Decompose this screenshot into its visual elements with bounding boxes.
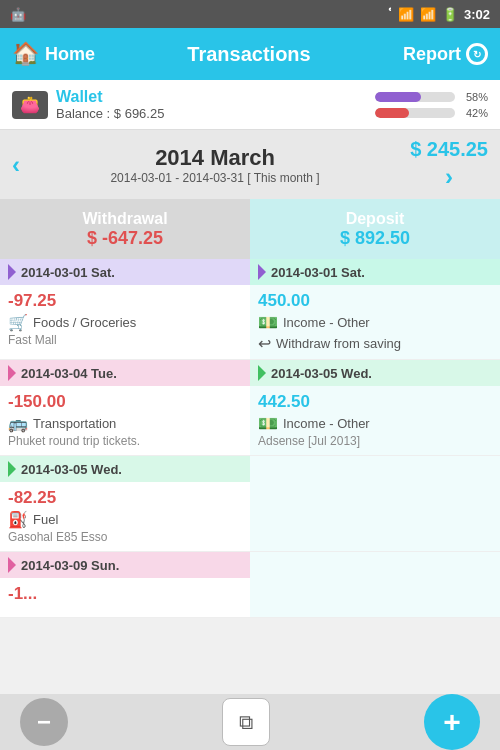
date-flag-icon	[8, 461, 16, 477]
date-label-right: 2014-03-05 Wed.	[271, 366, 372, 381]
next-month-button[interactable]: ›	[445, 163, 453, 191]
wallet-section[interactable]: 👛 Wallet Balance : $ 696.25 58% 42%	[0, 80, 500, 130]
date-flag-icon	[8, 264, 16, 280]
tx-amount: -97.25	[8, 291, 242, 311]
date-label-right: 2014-03-01 Sat.	[271, 265, 365, 280]
transaction-pair: -97.25 🛒 Foods / Groceries Fast Mall 450…	[0, 285, 500, 360]
bar-fill-2	[375, 108, 409, 118]
transaction-pair: -82.25 ⛽ Fuel Gasohal E85 Esso	[0, 482, 500, 552]
withdrawal-amount: $ -647.25	[87, 228, 163, 249]
top-navigation: 🏠 Home Transactions Report ↻	[0, 28, 500, 80]
withdrawal-label: Withdrawal	[82, 210, 167, 228]
date-row: 2014-03-01 Sat. 2014-03-01 Sat.	[0, 259, 500, 285]
month-title: 2014 March	[110, 145, 319, 171]
bus-icon: 🚌	[8, 414, 28, 433]
report-label: Report	[403, 44, 461, 65]
tx-amount: -1...	[8, 584, 242, 604]
summary-header: Withdrawal $ -647.25 Deposit $ 892.50	[0, 199, 500, 259]
date-label-left: 2014-03-04 Tue.	[21, 366, 117, 381]
tx-category-label: Transportation	[33, 416, 116, 431]
date-flag-icon	[8, 557, 16, 573]
transaction-list: 2014-03-01 Sat. 2014-03-01 Sat. -97.25 🛒…	[0, 259, 500, 629]
tx-note: Adsense [Jul 2013]	[258, 434, 492, 448]
tx-note: Gasohal E85 Esso	[8, 530, 242, 544]
date-label-left: 2014-03-01 Sat.	[21, 265, 115, 280]
fuel-icon: ⛽	[8, 510, 28, 529]
tx-amount: -82.25	[8, 488, 242, 508]
report-button[interactable]: Report ↻	[403, 43, 488, 65]
cart-icon: 🛒	[8, 313, 28, 332]
tx-category-label: Fuel	[33, 512, 58, 527]
wallet-icon: 👛	[12, 91, 48, 119]
date-label-left: 2014-03-09 Sun.	[21, 558, 119, 573]
tx-category-label: Income - Other	[283, 315, 370, 330]
wallet-bars: 58% 42%	[375, 91, 488, 119]
tx-note: Fast Mall	[8, 333, 242, 347]
tx-amount: 450.00	[258, 291, 492, 311]
copy-icon: ⧉	[239, 711, 253, 734]
home-button[interactable]: 🏠 Home	[12, 41, 95, 67]
deposit-label: Deposit	[346, 210, 405, 228]
home-icon: 🏠	[12, 41, 39, 67]
bar-fill-1	[375, 92, 421, 102]
tx-category-label: Income - Other	[283, 416, 370, 431]
status-bar: 🤖 ʿ︎ 📶 📶 🔋 3:02	[0, 0, 500, 28]
android-icon: 🤖	[10, 7, 26, 22]
copy-button[interactable]: ⧉	[222, 698, 270, 746]
bluetooth-icon: ʿ︎	[388, 7, 392, 22]
bar-track-2	[375, 108, 455, 118]
minus-icon: −	[37, 708, 51, 736]
status-time: 3:02	[464, 7, 490, 22]
date-label-left: 2014-03-05 Wed.	[21, 462, 122, 477]
prev-month-button[interactable]: ‹	[12, 151, 20, 179]
bar-label-1: 58%	[460, 91, 488, 103]
date-row: 2014-03-05 Wed.	[0, 456, 500, 482]
bar-track-1	[375, 92, 455, 102]
date-flag-icon	[258, 264, 266, 280]
battery-icon: 🔋	[442, 7, 458, 22]
signal-icon: 📶	[420, 7, 436, 22]
wallet-balance: Balance : $ 696.25	[56, 106, 164, 121]
money-icon: 💵	[258, 313, 278, 332]
month-range: 2014-03-01 - 2014-03-31 [ This month ]	[110, 171, 319, 185]
tx-amount: 442.50	[258, 392, 492, 412]
wifi-icon: 📶	[398, 7, 414, 22]
deposit-amount: $ 892.50	[340, 228, 410, 249]
subtract-button[interactable]: −	[20, 698, 68, 746]
add-transaction-button[interactable]: +	[424, 694, 480, 750]
tx-category-label: Foods / Groceries	[33, 315, 136, 330]
bar-label-2: 42%	[460, 107, 488, 119]
tx-note: Phuket round trip tickets.	[8, 434, 242, 448]
wallet-name: Wallet	[56, 88, 164, 106]
tx-amount: -150.00	[8, 392, 242, 412]
withdraw-icon: ↩	[258, 334, 271, 353]
page-title: Transactions	[187, 43, 310, 66]
transaction-pair: -150.00 🚌 Transportation Phuket round tr…	[0, 386, 500, 456]
plus-icon: +	[443, 705, 461, 739]
report-circle-icon: ↻	[466, 43, 488, 65]
date-flag-icon	[8, 365, 16, 381]
month-navigation: ‹ 2014 March 2014-03-01 - 2014-03-31 [ T…	[0, 130, 500, 199]
bottom-bar: − ⧉ +	[0, 694, 500, 750]
date-row: 2014-03-04 Tue. 2014-03-05 Wed.	[0, 360, 500, 386]
money-icon: 💵	[258, 414, 278, 433]
tx-note: Withdraw from saving	[276, 336, 401, 351]
home-label: Home	[45, 44, 95, 65]
date-flag-icon	[258, 365, 266, 381]
month-amount: $ 245.25	[410, 138, 488, 161]
date-row: 2014-03-09 Sun.	[0, 552, 500, 578]
transaction-pair: -1...	[0, 578, 500, 618]
